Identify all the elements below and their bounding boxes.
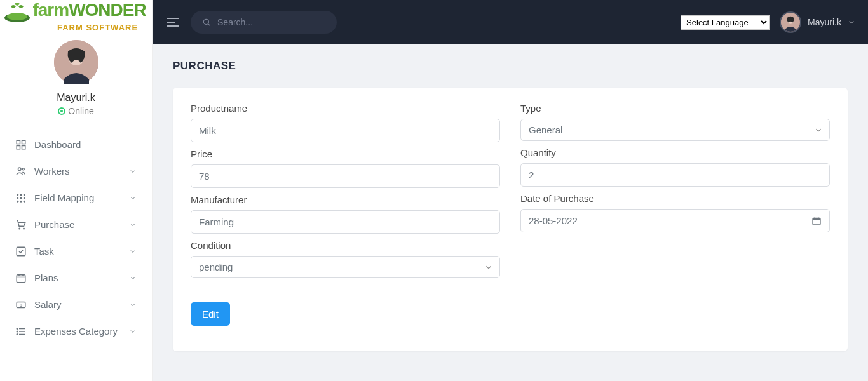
nav-label: Plans [34,272,58,283]
svg-point-1 [7,13,27,20]
date-value: 28-05-2022 [529,215,578,226]
logo-leaf-icon [3,1,31,25]
calendar-icon [811,216,822,226]
label-quantity: Quantity [520,147,830,158]
nav-label: Task [34,246,54,257]
label-condition: Condition [191,240,500,251]
edit-button[interactable]: Edit [191,302,230,326]
nav-salary[interactable]: $ Salary [0,291,152,318]
search-input[interactable] [217,17,325,27]
label-date: Date of Purchase [520,193,830,204]
svg-point-12 [24,194,25,196]
svg-point-8 [18,168,22,171]
workers-icon [15,166,27,177]
nav-label: Salary [34,299,62,310]
calendar-icon [15,272,27,284]
profile-avatar [54,40,98,84]
nav-field-mapping[interactable]: Field Mapping [0,185,152,211]
svg-rect-5 [22,140,25,144]
logo: farmWONDER FARM SOFTWARE [0,0,152,35]
input-quantity[interactable] [520,163,830,187]
svg-point-10 [17,194,18,196]
search-box[interactable] [191,11,337,34]
nav-expenses-category[interactable]: Expenses Category [0,318,152,345]
nav-label: Purchase [34,219,74,230]
label-manufacturer: Manufacturer [191,194,500,205]
svg-rect-7 [22,145,25,149]
svg-point-13 [17,197,18,199]
sidebar-nav: Dashboard Workers Field Mapping Purchase… [0,126,152,350]
nav-plans[interactable]: Plans [0,265,152,291]
nav-purchase[interactable]: Purchase [0,211,152,238]
nav-label: Field Mapping [34,192,94,203]
user-menu[interactable]: Mayuri.k [780,11,855,33]
svg-point-31 [17,328,18,330]
topbar: Select Language Mayuri.k [153,0,868,44]
label-type: Type [520,103,830,114]
svg-point-37 [203,19,208,24]
svg-point-20 [24,228,25,229]
checkbox-icon [15,246,27,257]
input-manufacturer[interactable] [191,210,500,234]
svg-point-33 [17,334,18,335]
svg-rect-22 [17,275,25,283]
svg-rect-6 [17,145,20,149]
profile-block: Mayuri.k Online [0,35,152,126]
user-name: Mayuri.k [808,17,841,27]
svg-point-14 [20,197,22,199]
chevron-down-icon [129,248,137,255]
svg-point-15 [24,197,25,199]
input-price[interactable] [191,164,500,188]
svg-point-32 [17,331,18,332]
svg-rect-21 [17,247,25,256]
svg-point-11 [20,194,22,196]
form-card: Productname Price Manufacturer Condition [173,88,848,351]
logo-text-farm: farm [32,0,69,20]
cart-icon [15,219,27,231]
nav-workers[interactable]: Workers [0,158,152,185]
chevron-down-icon [129,194,137,202]
nav-label: Expenses Category [34,326,118,337]
label-price: Price [191,149,500,159]
label-productname: Productname [191,103,500,114]
input-date-of-purchase[interactable]: 28-05-2022 [520,209,830,232]
chevron-down-icon [129,221,137,229]
online-status-icon [58,107,65,115]
select-type[interactable]: General [520,119,830,141]
page-title: PURCHASE [173,60,848,72]
language-select[interactable]: Select Language [681,15,770,30]
main-area: Select Language Mayuri.k PURCHASE Produc… [153,0,868,381]
svg-point-17 [20,201,22,203]
svg-text:$: $ [20,302,23,308]
select-condition[interactable]: pending [191,256,500,278]
svg-rect-4 [17,140,20,144]
dashboard-icon [15,139,27,150]
profile-name: Mayuri.k [0,92,152,104]
chevron-down-icon [129,328,137,335]
svg-point-18 [24,201,25,203]
input-productname[interactable] [191,119,500,142]
chevron-down-icon [129,274,137,282]
menu-toggle-icon[interactable] [165,15,180,30]
profile-status: Online [0,106,152,116]
nav-label: Workers [34,166,70,177]
svg-line-38 [208,23,210,25]
chevron-down-icon [848,18,855,26]
user-avatar-small [780,11,801,33]
money-icon: $ [15,299,27,311]
logo-text-wonder: WONDER [69,0,146,20]
chevron-down-icon [129,168,137,175]
nav-dashboard[interactable]: Dashboard [0,131,152,158]
svg-rect-42 [813,218,820,220]
search-icon [202,17,211,27]
content: PURCHASE Productname Price Manufacturer [153,44,868,381]
profile-status-text: Online [68,106,93,116]
nav-task[interactable]: Task [0,238,152,265]
sidebar: farmWONDER FARM SOFTWARE Mayuri.k Online… [0,0,153,381]
grid-icon [15,192,27,204]
nav-label: Dashboard [34,139,81,150]
list-icon [15,326,27,337]
svg-point-16 [17,201,18,203]
svg-point-9 [22,168,24,170]
chevron-down-icon [129,301,137,309]
